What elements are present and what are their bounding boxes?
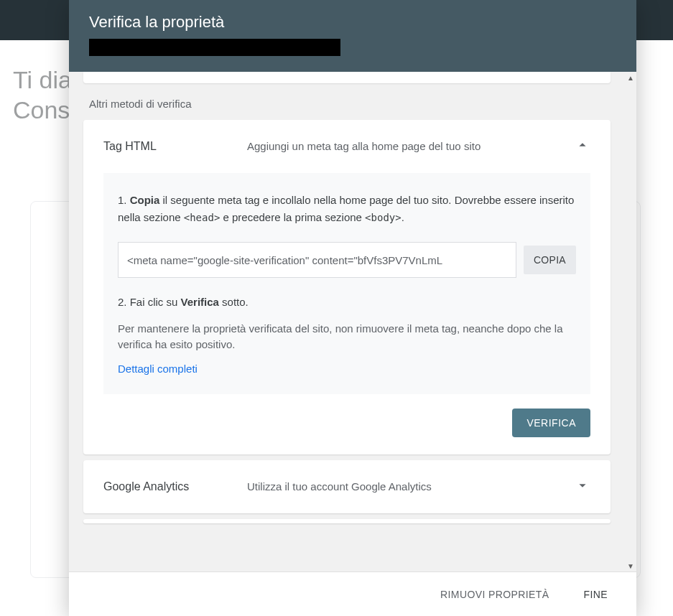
meta-tag-field[interactable]: <meta name="google-site-verification" co… xyxy=(118,242,516,278)
scroll-down-icon[interactable]: ▼ xyxy=(625,560,636,571)
chevron-down-icon xyxy=(575,477,590,496)
html-tag-title: Tag HTML xyxy=(103,140,247,153)
html-tag-description: Aggiungi un meta tag alla home page del … xyxy=(247,139,575,154)
analytics-title: Google Analytics xyxy=(103,480,247,493)
step1-instruction: 1. Copia il seguente meta tag e incollal… xyxy=(118,192,576,226)
scroll-up-icon[interactable]: ▲ xyxy=(625,72,636,83)
step2-prefix: 2. Fai clic su xyxy=(118,296,181,308)
analytics-description: Utilizza il tuo account Google Analytics xyxy=(247,479,575,495)
html-tag-panel-header[interactable]: Tag HTML Aggiungi un meta tag alla home … xyxy=(83,120,611,173)
remove-property-button[interactable]: RIMUOVI PROPRIETÀ xyxy=(436,588,553,601)
verify-button[interactable]: VERIFICA xyxy=(512,409,590,437)
copy-button[interactable]: COPIA xyxy=(524,246,576,274)
property-url-redacted xyxy=(89,39,340,56)
google-analytics-panel: Google Analytics Utilizza il tuo account… xyxy=(83,460,611,513)
persist-note: Per mantenere la proprietà verificata de… xyxy=(118,321,576,353)
verify-row: VERIFICA xyxy=(83,409,611,454)
modal-scroll-area[interactable]: Altri metodi di verifica Tag HTML Aggiun… xyxy=(69,72,625,571)
previous-panel-edge xyxy=(83,72,611,83)
modal-body: Altri metodi di verifica Tag HTML Aggiun… xyxy=(69,72,636,571)
step2-bold: Verifica xyxy=(181,296,219,308)
step1-bold: Copia xyxy=(130,194,160,206)
vertical-scrollbar[interactable]: ▲ ▼ xyxy=(625,72,636,571)
next-panel-edge xyxy=(83,519,611,523)
meta-tag-value: <meta name="google-site-verification" co… xyxy=(127,254,442,266)
modal-header: Verifica la proprietà xyxy=(69,0,636,72)
step2-rest: sotto. xyxy=(219,296,249,308)
done-button[interactable]: FINE xyxy=(580,588,613,601)
step1-end: . xyxy=(402,211,404,223)
meta-tag-row: <meta name="google-site-verification" co… xyxy=(118,242,576,278)
head-tag-code: <head> xyxy=(184,212,221,223)
chevron-up-icon xyxy=(575,137,590,156)
step1-mid: e precedere la prima sezione xyxy=(220,211,365,223)
verify-property-modal: Verifica la proprietà Altri metodi di ve… xyxy=(69,0,636,616)
html-tag-panel: Tag HTML Aggiungi un meta tag alla home … xyxy=(83,120,611,454)
step1-prefix: 1. xyxy=(118,194,130,206)
modal-footer: RIMUOVI PROPRIETÀ FINE xyxy=(69,571,636,616)
full-details-link[interactable]: Dettagli completi xyxy=(118,363,198,375)
other-methods-label: Altri metodi di verifica xyxy=(89,98,605,110)
html-tag-panel-body: 1. Copia il seguente meta tag e incollal… xyxy=(103,173,590,394)
google-analytics-panel-header[interactable]: Google Analytics Utilizza il tuo account… xyxy=(83,460,611,513)
modal-title: Verifica la proprietà xyxy=(89,13,616,32)
step2-instruction: 2. Fai clic su Verifica sotto. xyxy=(118,294,576,311)
body-tag-code: <body> xyxy=(365,212,402,223)
